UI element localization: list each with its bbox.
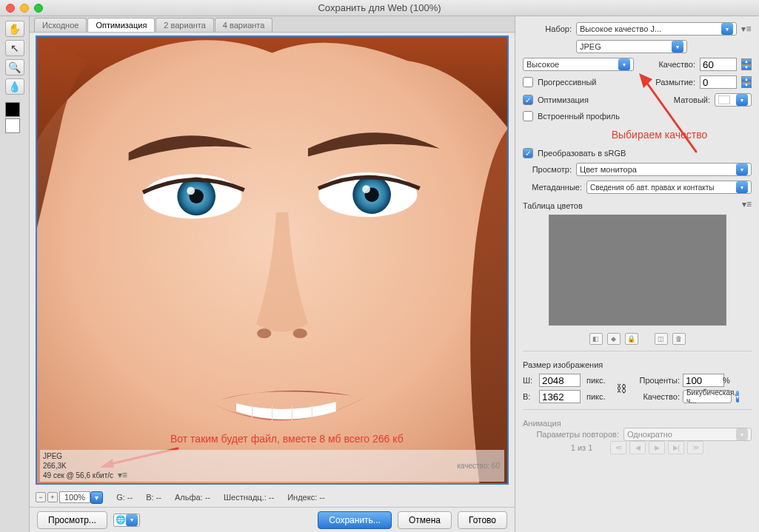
loop-value: Однократно <box>627 430 672 439</box>
tool-palette: ✋ ↖ 🔍 💧 <box>0 16 30 532</box>
background-swatch[interactable] <box>5 118 20 133</box>
color-table-menu-icon[interactable]: ▾≡ <box>742 199 752 209</box>
format-value: JPEG <box>580 42 601 51</box>
titlebar: Сохранить для Web (100%) <box>0 0 759 16</box>
blur-stepper[interactable]: ▲▼ <box>741 76 752 88</box>
svg-line-17 <box>644 79 696 152</box>
progressive-checkbox[interactable] <box>523 77 533 87</box>
width-unit: пикс. <box>586 376 613 385</box>
optimized-checkbox[interactable] <box>523 95 533 105</box>
info-size: 266,3K <box>43 461 501 471</box>
image-size-grid: Ш: пикс. ⛓ Проценты: % В: пикс. Качество… <box>523 374 752 403</box>
metadata-select[interactable]: Сведения об авт. правах и контакты▾ <box>586 181 752 194</box>
loop-label: Параметры повторов: <box>523 430 619 439</box>
eyedropper-tool-icon[interactable]: 💧 <box>5 78 24 95</box>
slice-select-tool-icon[interactable]: ↖ <box>5 40 24 56</box>
preset-label: Набор: <box>523 24 572 33</box>
color-table-title: Таблица цветов <box>523 201 583 210</box>
ct-new-icon[interactable]: ◫ <box>655 333 668 345</box>
info-time: 49 сек @ 56,6 кбит/с <box>43 471 113 479</box>
constrain-link-icon[interactable]: ⛓ <box>616 383 625 394</box>
loop-select: Однократно▾ <box>623 428 752 441</box>
cancel-button[interactable]: Отмена <box>398 511 452 529</box>
preset-value: Высокое качество J... <box>580 24 661 33</box>
preview-info-menu-icon[interactable]: ▾≡ <box>118 470 127 480</box>
zoom-dropdown-icon[interactable]: ▾ <box>90 491 103 504</box>
preview-space-value: Цвет монитора <box>580 165 637 174</box>
svg-point-10 <box>292 329 307 338</box>
embed-profile-label: Встроенный профиль <box>538 112 620 121</box>
preview-tabs: Исходное Оптимизация 2 варианта 4 вариан… <box>30 16 515 33</box>
svg-point-8 <box>362 185 370 193</box>
readout-b: B: -- <box>146 493 161 502</box>
zoom-in-icon[interactable]: + <box>47 492 58 502</box>
height-label: В: <box>523 392 536 401</box>
panel-menu-icon[interactable]: ▾≡ <box>741 24 752 34</box>
last-frame-icon: ≫ <box>687 441 703 454</box>
resample-label: Качество: <box>628 392 680 401</box>
width-input[interactable] <box>539 374 581 387</box>
quality-preset-select[interactable]: Высокое▾ <box>523 58 634 71</box>
frame-counter: 1 из 1 <box>571 443 593 452</box>
preview-info-bar: JPEG 266,3K 49 сек @ 56,6 кбит/с ▾≡ каче… <box>40 450 504 482</box>
zoom-level[interactable]: 100% <box>59 491 90 503</box>
embed-profile-checkbox[interactable] <box>523 111 533 121</box>
height-unit: пикс. <box>586 392 613 401</box>
color-swatches <box>5 102 24 133</box>
width-label: Ш: <box>523 376 536 385</box>
resample-value: Бикубическая, ч... <box>686 388 736 405</box>
image-preview[interactable]: Вот таким будет файл, вместе 8 мб всего … <box>36 36 509 485</box>
readout-index: Индекс: -- <box>287 493 324 502</box>
status-bar: − + 100% ▾ G: -- B: -- Альфа: -- Шестнад… <box>30 488 515 507</box>
ct-shift-icon[interactable]: ◆ <box>607 333 621 345</box>
preset-select[interactable]: Высокое качество J...▾ <box>576 22 737 36</box>
progressive-label: Прогрессивный <box>538 78 597 87</box>
readout-alpha: Альфа: -- <box>175 493 210 502</box>
info-format: JPEG <box>43 451 501 461</box>
resample-select[interactable]: Бикубическая, ч...▾ <box>683 390 732 403</box>
srgb-label: Преобразовать в sRGB <box>538 149 626 158</box>
ct-snap-icon[interactable]: ◧ <box>589 333 603 345</box>
image-size-title: Размер изображения <box>523 360 752 369</box>
color-table-buttons: ◧ ◆ 🔒 ◫ 🗑 <box>523 333 752 345</box>
quality-input[interactable] <box>700 58 737 71</box>
ct-trash-icon[interactable]: 🗑 <box>672 333 686 345</box>
tab-original[interactable]: Исходное <box>34 18 87 32</box>
tab-4up[interactable]: 4 варианта <box>215 18 273 32</box>
animation-title: Анимация <box>523 419 752 428</box>
browser-preview-select[interactable]: 🌐▾ <box>113 514 140 527</box>
svg-point-7 <box>187 186 195 195</box>
first-frame-icon: ≪ <box>610 441 626 454</box>
window-title: Сохранить для Web (100%) <box>0 2 759 13</box>
srgb-checkbox[interactable] <box>523 148 533 158</box>
preview-space-select[interactable]: Цвет монитора▾ <box>576 163 752 176</box>
matte-select[interactable]: ▾ <box>715 93 752 107</box>
optimized-label: Оптимизация <box>538 95 589 104</box>
preview-content-image <box>37 37 507 483</box>
quality-stepper[interactable]: ▲▼ <box>741 58 752 70</box>
format-select[interactable]: JPEG▾ <box>576 40 687 53</box>
percent-label: Проценты: <box>628 376 680 385</box>
play-icon: ▶ <box>649 441 665 454</box>
hand-tool-icon[interactable]: ✋ <box>5 21 24 37</box>
tab-optimized[interactable]: Оптимизация <box>87 18 155 32</box>
prev-frame-icon: ◀ <box>629 441 646 454</box>
quality-preset-value: Высокое <box>526 60 559 69</box>
svg-point-9 <box>257 329 271 338</box>
percent-input[interactable] <box>683 374 724 387</box>
color-table <box>549 215 726 326</box>
dialog-actions: Просмотр... 🌐▾ Сохранить... Отмена Готов… <box>30 507 515 532</box>
zoom-out-icon[interactable]: − <box>36 492 46 502</box>
metadata-label: Метаданные: <box>523 183 582 192</box>
info-quality: качество: 60 <box>457 461 500 471</box>
save-button[interactable]: Сохранить... <box>318 511 392 529</box>
preview-space-label: Просмотр: <box>523 165 572 174</box>
preview-button[interactable]: Просмотр... <box>37 511 107 529</box>
readout-hex: Шестнадц.: -- <box>224 493 274 502</box>
zoom-tool-icon[interactable]: 🔍 <box>5 59 24 75</box>
ct-lock-icon[interactable]: 🔒 <box>625 333 638 345</box>
foreground-swatch[interactable] <box>5 102 20 117</box>
done-button[interactable]: Готово <box>458 511 507 529</box>
tab-2up[interactable]: 2 варианта <box>156 18 214 32</box>
height-input[interactable] <box>539 390 581 403</box>
